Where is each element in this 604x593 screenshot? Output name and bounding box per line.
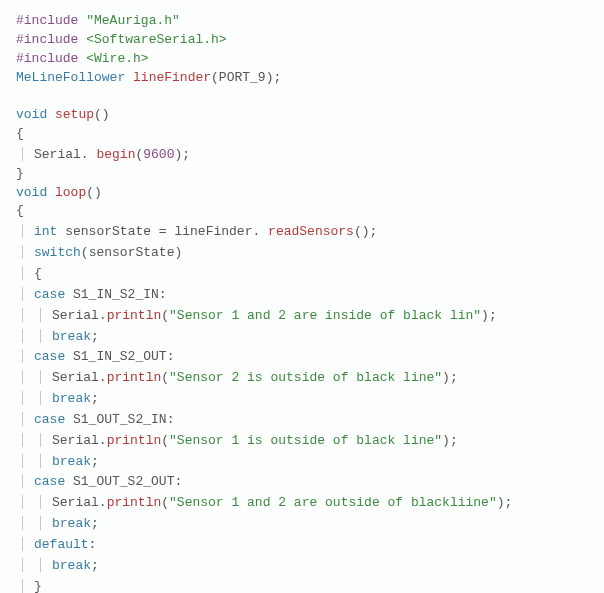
- token-punct: );: [266, 70, 282, 85]
- token-kw: case: [34, 474, 73, 489]
- token-punct: :: [89, 537, 97, 552]
- code-line: void loop(): [16, 184, 588, 203]
- token-punct: );: [442, 433, 458, 448]
- token-str: "MeAuriga.h": [86, 13, 180, 28]
- token-fn: loop: [55, 185, 86, 200]
- token-macro: #include: [16, 51, 86, 66]
- token-fn: setup: [55, 107, 94, 122]
- code-line: Serial.println("Sensor 1 and 2 are outsi…: [16, 492, 588, 513]
- token-punct: {: [34, 266, 42, 281]
- token-punct: }: [16, 166, 24, 181]
- token-kw: break: [52, 391, 91, 406]
- code-line: case S1_OUT_S2_IN:: [16, 409, 588, 430]
- token-kw: case: [34, 349, 73, 364]
- code-line: break;: [16, 326, 588, 347]
- token-kw: break: [52, 454, 91, 469]
- code-line: break;: [16, 451, 588, 472]
- token-macro: #include: [16, 13, 86, 28]
- token-str: "Sensor 1 and 2 are inside of black lin": [169, 308, 481, 323]
- code-line: {: [16, 263, 588, 284]
- token-punct: (: [81, 245, 89, 260]
- token-ident: sensorState: [89, 245, 175, 260]
- token-ident: Serial: [52, 308, 99, 323]
- code-line: #include "MeAuriga.h": [16, 12, 588, 31]
- token-fn: lineFinder: [133, 70, 211, 85]
- token-macro: #include: [16, 32, 86, 47]
- token-kw: switch: [34, 245, 81, 260]
- token-punct: ;: [91, 454, 99, 469]
- token-ident: PORT_9: [219, 70, 266, 85]
- token-fn: begin: [96, 147, 135, 162]
- token-kw: int: [34, 224, 65, 239]
- token-punct: .: [99, 495, 107, 510]
- token-kw: break: [52, 516, 91, 531]
- code-line: Serial.println("Sensor 2 is outside of b…: [16, 367, 588, 388]
- code-line: switch(sensorState): [16, 242, 588, 263]
- code-line: Serial.println("Sensor 1 is outside of b…: [16, 430, 588, 451]
- token-ident: Serial: [52, 370, 99, 385]
- token-kw: case: [34, 287, 73, 302]
- token-punct: ();: [354, 224, 377, 239]
- token-punct: );: [481, 308, 497, 323]
- token-fn: println: [107, 308, 162, 323]
- token-kw: void: [16, 107, 55, 122]
- token-punct: :: [174, 474, 182, 489]
- token-kw: case: [34, 412, 73, 427]
- code-line: void setup(): [16, 106, 588, 125]
- code-line: break;: [16, 388, 588, 409]
- token-punct: :: [159, 287, 167, 302]
- token-ident: S1_IN_S2_IN: [73, 287, 159, 302]
- token-punct: );: [497, 495, 513, 510]
- token-str: "Sensor 1 and 2 are outside of blackliin…: [169, 495, 497, 510]
- token-punct: .: [252, 224, 268, 239]
- token-punct: .: [99, 308, 107, 323]
- code-line: {: [16, 202, 588, 221]
- token-punct: (: [161, 308, 169, 323]
- token-punct: );: [442, 370, 458, 385]
- token-punct: (): [94, 107, 110, 122]
- token-punct: (: [211, 70, 219, 85]
- token-punct: }: [34, 579, 42, 593]
- code-line: #include <SoftwareSerial.h>: [16, 31, 588, 50]
- token-punct: );: [174, 147, 190, 162]
- token-punct: .: [99, 370, 107, 385]
- token-fn: println: [107, 370, 162, 385]
- token-punct: ;: [91, 329, 99, 344]
- token-punct: {: [16, 203, 24, 218]
- token-ident: S1_OUT_S2_IN: [73, 412, 167, 427]
- token-punct: ;: [91, 516, 99, 531]
- token-ident: sensorState: [65, 224, 159, 239]
- code-line: break;: [16, 555, 588, 576]
- token-fn: println: [107, 433, 162, 448]
- token-punct: (: [161, 370, 169, 385]
- token-punct: .: [99, 433, 107, 448]
- code-line: }: [16, 165, 588, 184]
- code-line: MeLineFollower lineFinder(PORT_9);: [16, 69, 588, 88]
- token-str: "Sensor 2 is outside of black line": [169, 370, 442, 385]
- token-str: <SoftwareSerial.h>: [86, 32, 226, 47]
- token-ident: Serial: [52, 495, 99, 510]
- code-line: [16, 87, 588, 106]
- token-punct: ;: [91, 558, 99, 573]
- code-line: int sensorState = lineFinder. readSensor…: [16, 221, 588, 242]
- code-line: #include <Wire.h>: [16, 50, 588, 69]
- token-str: "Sensor 1 is outside of black line": [169, 433, 442, 448]
- code-line: Serial. begin(9600);: [16, 144, 588, 165]
- token-num: 9600: [143, 147, 174, 162]
- token-kw: break: [52, 558, 91, 573]
- token-ident: S1_OUT_S2_OUT: [73, 474, 174, 489]
- code-line: default:: [16, 534, 588, 555]
- token-punct: :: [167, 412, 175, 427]
- token-kw: default: [34, 537, 89, 552]
- code-line: case S1_IN_S2_IN:: [16, 284, 588, 305]
- token-punct: .: [81, 147, 97, 162]
- token-ident: S1_IN_S2_OUT: [73, 349, 167, 364]
- token-type: MeLineFollower: [16, 70, 133, 85]
- code-block: #include "MeAuriga.h"#include <SoftwareS…: [16, 12, 588, 593]
- code-line: {: [16, 125, 588, 144]
- token-punct: ;: [91, 391, 99, 406]
- token-punct: ): [174, 245, 182, 260]
- token-kw: void: [16, 185, 55, 200]
- code-line: Serial.println("Sensor 1 and 2 are insid…: [16, 305, 588, 326]
- token-fn: println: [107, 495, 162, 510]
